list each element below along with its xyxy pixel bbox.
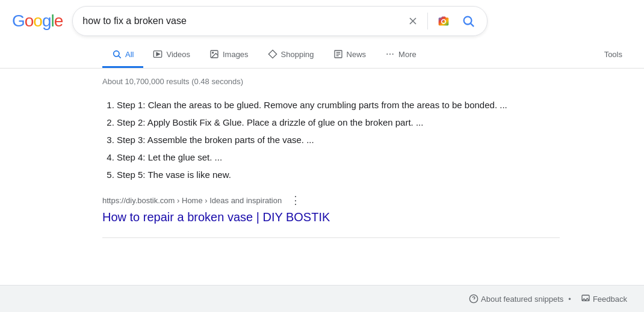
step-1: Step 1: Clean the areas to be glued. Rem… <box>117 97 560 113</box>
search-bar: how to fix a broken vase <box>72 6 488 36</box>
search-submit-button[interactable] <box>459 12 477 30</box>
tab-news[interactable]: News <box>324 42 376 68</box>
svg-point-3 <box>464 17 472 25</box>
step-2: Step 2: Apply Bostik Fix & Glue. Place a… <box>117 114 560 130</box>
results-area: About 10,700,000 results (0.48 seconds) … <box>0 69 644 237</box>
tab-all[interactable]: All <box>102 42 143 68</box>
bottom-divider <box>102 237 560 238</box>
close-icon <box>407 15 419 27</box>
all-tab-icon <box>112 49 122 59</box>
search-icon <box>462 14 475 28</box>
steps-list: Step 1: Clean the areas to be glued. Rem… <box>102 97 560 183</box>
tab-images[interactable]: Images <box>200 42 258 68</box>
step-3: Step 3: Assemble the broken parts of the… <box>117 132 560 148</box>
svg-line-4 <box>471 23 474 26</box>
svg-marker-8 <box>156 52 159 55</box>
logo-e: e <box>54 11 63 30</box>
svg-point-15 <box>386 54 388 55</box>
tab-videos[interactable]: Videos <box>143 42 200 68</box>
result-options-button[interactable]: ⋮ <box>286 192 305 208</box>
logo-g2: g <box>42 11 51 30</box>
tab-shopping[interactable]: Shopping <box>258 42 324 68</box>
videos-tab-icon <box>153 49 163 59</box>
vertical-divider <box>427 13 428 29</box>
svg-line-6 <box>119 56 121 58</box>
svg-point-17 <box>392 54 394 55</box>
svg-point-2 <box>442 20 445 23</box>
header: Google how to fix a broken vase <box>0 0 644 42</box>
svg-point-16 <box>389 54 391 55</box>
results-count: About 10,700,000 results (0.48 seconds) <box>102 77 632 86</box>
featured-snippet: Step 1: Clean the areas to be glued. Rem… <box>102 97 560 224</box>
google-logo[interactable]: Google <box>12 11 63 31</box>
tools-button[interactable]: Tools <box>595 43 632 68</box>
more-tab-icon <box>385 49 395 59</box>
result-title-link[interactable]: How to repair a broken vase | DIY BOSTIK <box>102 210 560 224</box>
svg-point-5 <box>114 51 119 57</box>
image-search-button[interactable] <box>434 11 453 31</box>
step-4: Step 4: Let the glue set. ... <box>117 149 560 165</box>
tab-more[interactable]: More <box>376 42 426 68</box>
step-5: Step 5: The vase is like new. <box>117 167 560 183</box>
search-actions <box>404 11 477 31</box>
clear-button[interactable] <box>404 13 421 29</box>
news-tab-icon <box>333 49 343 59</box>
search-input[interactable]: how to fix a broken vase <box>82 16 398 26</box>
images-tab-icon <box>209 49 219 59</box>
camera-icon <box>438 14 450 28</box>
source-line: https://diy.bostik.com › Home › Ideas an… <box>102 192 560 208</box>
shopping-tab-icon <box>268 49 277 59</box>
logo-o2: o <box>33 11 42 30</box>
source-url: https://diy.bostik.com › Home › Ideas an… <box>102 196 282 205</box>
nav-tabs: All Videos Images Shopping News <box>0 42 644 69</box>
logo-o1: o <box>25 11 34 30</box>
svg-point-10 <box>212 52 214 54</box>
logo-g: G <box>12 11 25 30</box>
